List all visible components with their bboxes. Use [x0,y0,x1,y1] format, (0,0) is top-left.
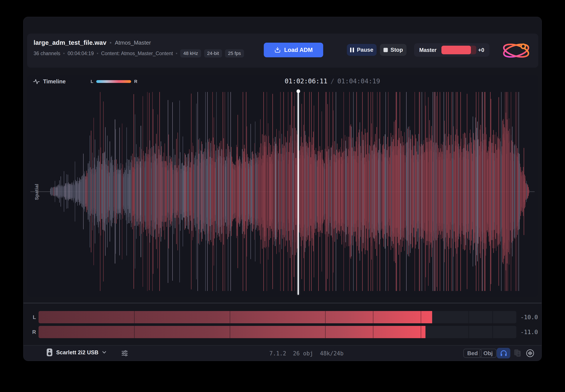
mixer-settings-button[interactable] [122,350,128,357]
pause-button[interactable]: Pause [347,44,377,56]
meter-row-left: L -10.0 [24,311,542,323]
samplerate-badge: 48 kHz [180,49,201,57]
pause-label: Pause [357,46,373,53]
header-panel: large_adm_test_file.wav Atmos_Master 36 … [27,34,538,68]
master-name: Atmos_Master [115,39,151,46]
pulse-circle-icon [526,349,534,357]
meter-scale-tick [373,326,373,338]
dot-separator [110,42,111,43]
load-tray-icon [274,47,281,53]
meter-scale-tick [230,326,230,338]
app-window: large_adm_test_file.wav Atmos_Master 36 … [23,17,542,361]
load-adm-label: Load ADM [284,47,313,53]
orbit-logo [502,43,531,59]
total-timecode: 01:04:04:19 [337,77,380,85]
meter-right-label: R [24,326,36,338]
status-bar: Scarlett 2i2 USB 7.1.2 26 obj 48k/24b Be… [24,346,542,361]
dot-separator [63,53,65,54]
channel-count: 36 channels [34,51,60,56]
bed-toggle-button[interactable]: Bed [463,349,482,358]
format-status-text: 7.1.2 26 obj 48k/24b [269,350,344,357]
spatial-axis-label: Spatial [34,184,40,200]
pan-gradient-bar [96,80,131,83]
meter-scale-tick [469,311,469,323]
framerate-badge: 25 fps [225,49,244,57]
master-volume-group: Master +0 [414,43,489,57]
meter-left-label: L [24,311,36,323]
meter-right-track [39,326,516,338]
headphones-icon [500,350,507,356]
dot-separator [97,53,98,54]
time-display: 01:02:06:11 / 01:04:04:19 [285,77,380,85]
meter-row-right: R -11.0 [24,326,542,338]
mixer-sliders-icon [122,350,128,356]
meter-right-value: -11.0 [520,326,538,338]
meter-scale-tick [134,326,135,338]
speaker-icon [47,349,52,356]
playhead-line[interactable] [298,92,299,295]
content-name: Content: Atmos_Master_Content [101,51,173,56]
timecode-separator: / [331,77,334,85]
master-volume-value: +0 [478,47,484,53]
meter-scale-tick [134,311,135,323]
voice-pulse-button[interactable] [526,349,534,358]
file-info: large_adm_test_file.wav Atmos_Master 36 … [34,39,244,57]
load-adm-button[interactable]: Load ADM [264,43,323,57]
divider [24,303,542,303]
dot-separator [176,53,177,54]
file-duration: 00:04:04:19 [68,51,94,56]
meter-left-track [39,311,516,323]
speaker-pair-icon [513,349,522,358]
timeline-header: Timeline L R [33,78,137,85]
waveform-display[interactable] [50,87,529,295]
timeline-title: Timeline [43,78,66,85]
pause-icon [350,48,354,52]
meter-scale-tick [492,311,493,323]
stop-label: Stop [391,46,403,53]
meter-left-value: -10.0 [520,311,538,323]
meter-scale-tick [421,326,421,338]
headphones-monitor-button[interactable] [497,348,510,358]
master-volume-label: Master [419,47,437,53]
current-timecode: 01:02:06:11 [285,77,328,85]
meter-scale-tick [230,311,230,323]
timeline-panel: Timeline L R 01:02:06:11 / 01:04:04:19 S… [27,75,538,297]
audio-device-selector[interactable]: Scarlett 2i2 USB [47,349,106,356]
meter-scale-tick [492,326,493,338]
meter-scale-tick [325,326,326,338]
meter-scale-tick [325,311,326,323]
meter-scale-tick [421,311,421,323]
stop-button[interactable]: Stop [380,44,407,56]
bitdepth-badge: 24-bit [204,49,222,57]
master-volume-slider[interactable] [441,46,476,54]
activity-pulse-icon [33,79,40,85]
pan-right-label: R [134,79,137,84]
meter-scale-tick [373,311,373,323]
chevron-down-icon [102,351,106,354]
file-title: large_adm_test_file.wav [34,39,106,46]
obj-toggle-button[interactable]: Obj [480,349,496,358]
stop-icon [384,48,388,52]
master-volume-fill [441,46,471,54]
meter-scale-tick [469,326,469,338]
audio-device-name: Scarlett 2i2 USB [56,349,98,356]
pan-left-label: L [91,79,93,84]
speaker-output-button[interactable] [513,349,522,358]
meter-right-fill [39,326,426,338]
